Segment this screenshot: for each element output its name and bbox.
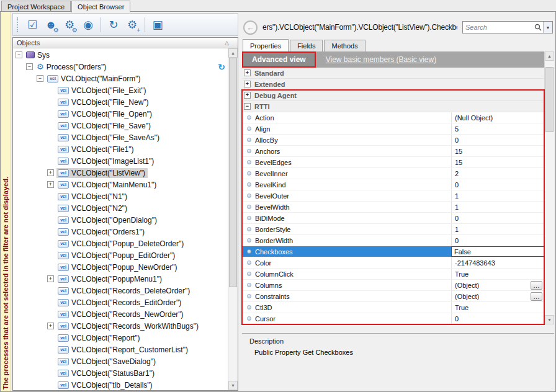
basic-view-link[interactable]: View basic members (Basic view) [326,55,437,64]
property-name-cell[interactable]: Cursor [242,313,451,324]
property-value-cell[interactable]: 2 [451,168,544,179]
property-row[interactable]: CheckboxesFalse [242,246,544,257]
property-row[interactable]: BorderStyle1 [242,224,544,235]
expand-plus-icon[interactable]: + [47,181,54,188]
tree-item[interactable]: vclVCLObject("File1") [13,143,228,155]
ellipsis-button[interactable]: … [531,292,542,301]
scroll-up-icon[interactable]: ▲ [545,51,554,61]
property-name-cell[interactable]: Columns [242,280,451,290]
property-row[interactable]: Columns(Object)… [242,280,544,291]
expand-plus-icon[interactable]: + [47,169,54,176]
expand-plus-icon[interactable]: + [244,81,251,87]
property-name-cell[interactable]: Checkboxes [242,246,451,257]
property-row[interactable]: Action(Null Object) [242,112,544,123]
tools-button[interactable]: ⚙+ [123,16,141,34]
property-row[interactable]: Constraints(Object)… [242,291,544,302]
tree-item[interactable]: vclVCLObject("File_Exit") [13,84,228,96]
scroll-down-icon[interactable]: ▼ [545,315,554,324]
property-name-cell[interactable]: Color [242,257,451,268]
property-name-cell[interactable]: Constraints [242,291,451,301]
scrollbar-track[interactable] [228,58,238,381]
scroll-up-icon[interactable]: ▲ [228,48,238,58]
map-object-button[interactable]: ☻⚙ [42,16,60,34]
property-value-cell[interactable]: 0 [451,179,544,190]
tree-item[interactable]: vclVCLObject("N1") [13,190,228,202]
grid-scrollbar[interactable]: ▲ ▼ [544,51,554,324]
sort-ascending-icon[interactable]: △ [225,40,229,46]
property-row[interactable]: BevelInner2 [242,168,544,179]
ellipsis-button[interactable]: … [531,281,542,290]
category-row-debug-agent[interactable]: +Debug Agent [242,90,544,101]
scroll-down-icon[interactable]: ▼ [228,381,238,390]
property-name-cell[interactable]: BevelEdges [242,157,451,167]
property-name-cell[interactable]: ColumnClick [242,269,451,279]
property-row[interactable]: Align5 [242,123,544,135]
select-panels-button[interactable]: ▣ [148,16,167,34]
toolbar-grip[interactable] [17,17,19,32]
property-name-cell[interactable]: BevelInner [242,168,451,179]
property-value-cell[interactable]: 1 [451,190,544,201]
property-value-cell[interactable]: 15 [451,146,544,156]
property-value-cell[interactable]: 0 [451,213,544,223]
property-value-cell[interactable]: (Object)… [451,280,544,290]
objects-header[interactable]: Objects △ [13,38,238,48]
tree-item[interactable]: vclVCLObject("StatusBar1") [13,367,228,379]
tab-methods[interactable]: Methods [324,40,365,51]
property-value-cell[interactable]: True [451,302,544,313]
tree-item[interactable]: vclVCLObject("Records_EditOrder") [13,296,228,308]
tree-item[interactable]: −vclVCLObject("MainForm") [13,73,228,84]
tree-item[interactable]: vclVCLObject("tlb_Details") [13,379,228,390]
highlight-object-button[interactable]: ☑ [23,16,42,34]
property-row[interactable]: ColumnClickTrue [242,269,544,280]
object-settings-button[interactable]: ⚙⚙ [60,16,79,34]
tree-item[interactable]: vclVCLObject("Report") [13,332,228,344]
property-name-cell[interactable]: BiDiMode [242,213,451,223]
property-name-cell[interactable]: Anchors [242,146,451,156]
tree-item[interactable]: vclVCLObject("Orders1") [13,226,228,238]
property-name-cell[interactable]: BorderStyle [242,224,451,234]
collapse-minus-icon[interactable]: − [26,63,33,70]
refresh-button[interactable]: ↻ [104,16,123,34]
tree-item[interactable]: +vclVCLObject("Records_WorkWithBugs") [13,320,228,332]
collapse-minus-icon[interactable]: − [37,75,43,82]
tree-item[interactable]: −Sys [13,49,228,61]
tree-item[interactable]: vclVCLObject("File_New") [13,96,228,108]
property-value-cell[interactable]: 0 [451,135,544,145]
property-value-cell[interactable]: 15 [451,157,544,167]
category-row-standard[interactable]: +Standard [242,68,544,79]
tree-item[interactable]: vclVCLObject("Records_NewOrder") [13,308,228,320]
tab-fields[interactable]: Fields [290,40,323,51]
property-row[interactable]: BorderWidth0 [242,235,544,246]
property-name-cell[interactable]: BorderWidth [242,235,451,246]
search-icon[interactable] [533,24,543,31]
expand-plus-icon[interactable]: + [47,323,54,329]
search-input[interactable] [463,24,533,31]
tree-item[interactable]: vclVCLObject("Report_CustomerList") [13,344,228,355]
expand-plus-icon[interactable]: + [244,92,251,99]
property-name-cell[interactable]: AllocBy [242,135,451,145]
collapse-minus-icon[interactable]: − [244,103,251,110]
tree-item[interactable]: vclVCLObject("File_SaveAs") [13,131,228,143]
expand-plus-icon[interactable]: + [244,69,251,76]
tree-item[interactable]: +vclVCLObject("ListView") [13,167,228,179]
tree-scrollbar[interactable]: ▲ ▼ [228,48,238,390]
property-row[interactable]: Cursor0 [242,313,544,324]
property-name-cell[interactable]: Action [242,112,451,123]
tree-item[interactable]: vclVCLObject("Popup_EditOrder") [13,249,228,261]
property-row[interactable]: Anchors15 [242,146,544,157]
scrollbar-track[interactable] [545,61,554,315]
property-name-cell[interactable]: Align [242,123,451,134]
property-value-cell[interactable]: True [451,269,544,279]
property-value-cell[interactable]: 1 [451,202,544,212]
property-value-cell[interactable]: 5 [451,123,544,134]
advanced-view-button[interactable]: Advanced view [242,51,316,68]
tree-item[interactable]: vclVCLObject("File_Save") [13,120,228,131]
property-row[interactable]: BevelWidth1 [242,202,544,213]
property-row[interactable]: Ctl3DTrue [242,302,544,313]
view-object-button[interactable]: ◉ [79,16,97,34]
scrollbar-thumb[interactable] [229,58,237,287]
property-value-cell[interactable]: (Object)… [451,291,544,301]
scrollbar-thumb[interactable] [545,67,554,132]
tree-item[interactable]: −⚙Process("Orders")↻ [13,61,228,73]
property-row[interactable]: BiDiMode0 [242,213,544,224]
